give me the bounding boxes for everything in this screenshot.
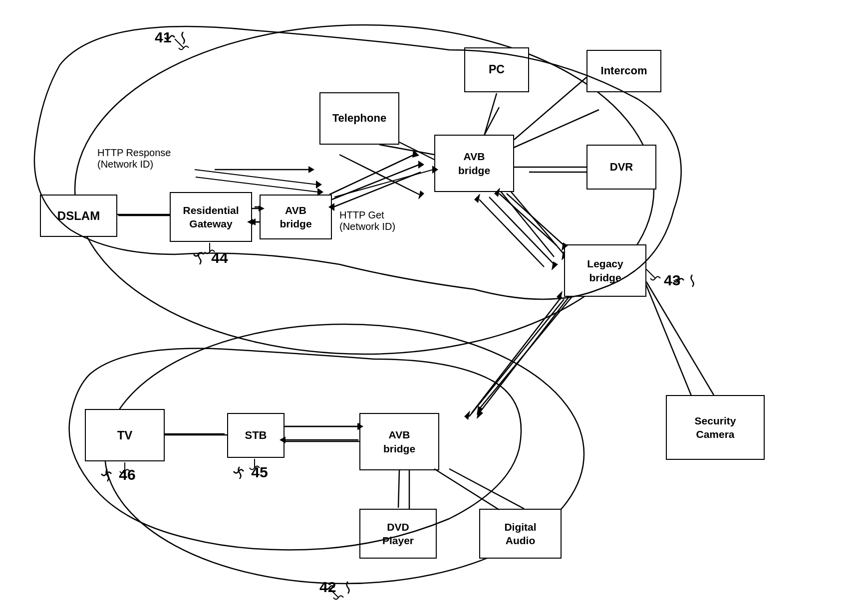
svg-marker-35 bbox=[308, 166, 314, 173]
label-46: 46 bbox=[100, 466, 136, 483]
svg-line-13 bbox=[509, 110, 599, 150]
digital-audio-box: DigitalAudio bbox=[479, 509, 562, 559]
svg-line-56 bbox=[507, 194, 564, 245]
svg-line-58 bbox=[499, 194, 557, 245]
svg-marker-21 bbox=[474, 194, 480, 203]
svg-line-50 bbox=[333, 172, 421, 207]
telephone-box: Telephone bbox=[319, 92, 399, 145]
svg-line-46 bbox=[334, 170, 433, 197]
http-get-label: HTTP Get(Network ID) bbox=[339, 209, 395, 232]
svg-line-44 bbox=[196, 177, 318, 192]
svg-line-20 bbox=[479, 200, 544, 267]
svg-line-60 bbox=[479, 297, 569, 413]
svg-marker-25 bbox=[464, 410, 470, 420]
svg-line-15 bbox=[509, 190, 564, 254]
svg-line-9 bbox=[339, 155, 419, 195]
svg-line-42 bbox=[195, 170, 317, 185]
label-41: 41 bbox=[155, 29, 191, 46]
label-44: 44 bbox=[192, 249, 228, 266]
svg-line-53 bbox=[484, 93, 497, 136]
svg-point-0 bbox=[75, 25, 654, 354]
tv-box: TV bbox=[85, 409, 165, 461]
dvr-box: DVR bbox=[586, 145, 656, 190]
svg-line-22 bbox=[479, 294, 574, 409]
avb-bridge-bottom-box: AVBbridge bbox=[359, 413, 439, 470]
security-camera-box: SecurityCamera bbox=[666, 395, 765, 460]
svg-marker-61 bbox=[477, 410, 483, 419]
dvd-player-box: DVDPlayer bbox=[359, 509, 437, 559]
avb-bridge-top-box: AVBbridge bbox=[434, 135, 514, 192]
svg-line-62 bbox=[472, 297, 562, 413]
svg-marker-19 bbox=[552, 261, 558, 270]
legacy-bridge-box: Legacybridge bbox=[564, 244, 646, 297]
svg-line-64 bbox=[646, 282, 714, 395]
label-43: 43 bbox=[664, 272, 700, 289]
diagram-container: DSLAM ResidentialGateway AVBbridge Telep… bbox=[0, 0, 868, 606]
intercom-box: Intercom bbox=[586, 50, 661, 92]
svg-line-11 bbox=[379, 145, 434, 155]
svg-line-24 bbox=[469, 299, 564, 416]
label-45: 45 bbox=[232, 464, 268, 481]
svg-line-7 bbox=[329, 155, 414, 195]
svg-line-26 bbox=[644, 279, 699, 414]
svg-line-17 bbox=[499, 190, 554, 257]
svg-marker-63 bbox=[557, 291, 563, 300]
pc-box: PC bbox=[464, 47, 529, 92]
svg-line-48 bbox=[332, 165, 419, 200]
svg-line-75 bbox=[646, 269, 655, 278]
svg-line-52 bbox=[399, 142, 434, 160]
svg-marker-43 bbox=[316, 181, 322, 189]
residential-gateway-box: ResidentialGateway bbox=[170, 192, 252, 242]
dslam-box: DSLAM bbox=[40, 195, 117, 237]
svg-line-33 bbox=[449, 469, 524, 509]
svg-line-70 bbox=[398, 470, 399, 508]
svg-marker-23 bbox=[477, 406, 483, 415]
stb-box: STB bbox=[227, 413, 285, 458]
svg-line-71 bbox=[434, 469, 499, 510]
svg-marker-10 bbox=[418, 191, 424, 200]
svg-line-18 bbox=[489, 197, 554, 264]
svg-marker-8 bbox=[412, 150, 419, 158]
label-42: 42 bbox=[319, 579, 355, 596]
svg-marker-49 bbox=[418, 161, 424, 169]
avb-bridge-left-box: AVBbridge bbox=[260, 195, 332, 239]
http-response-label: HTTP Response(Network ID) bbox=[97, 147, 171, 170]
